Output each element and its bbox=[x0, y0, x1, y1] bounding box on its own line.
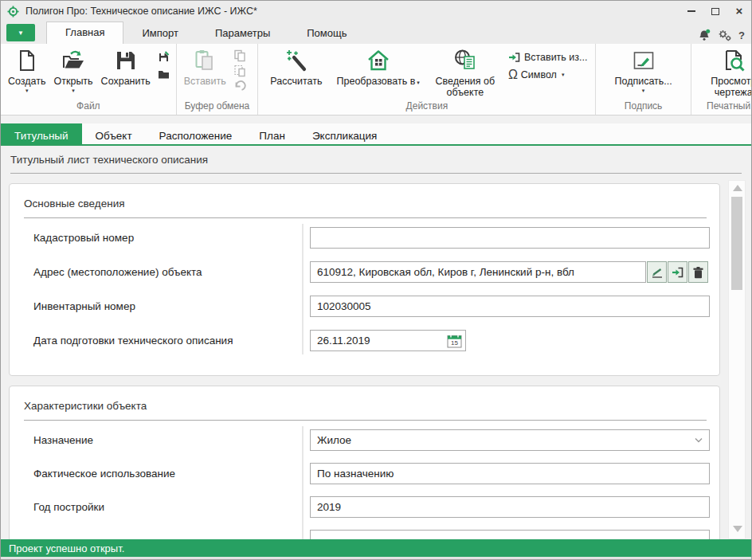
help-icon[interactable]: ? bbox=[738, 29, 745, 41]
save-floppy-icon bbox=[114, 49, 138, 72]
chevron-down-icon bbox=[695, 437, 703, 443]
new-document-icon bbox=[15, 49, 39, 72]
inventory-number-input[interactable] bbox=[310, 296, 710, 317]
actual-usage-input[interactable] bbox=[310, 463, 710, 484]
insert-from-icon bbox=[508, 51, 521, 64]
dropdown-caret-icon: ▾ bbox=[25, 88, 29, 93]
open-recent-folder-icon[interactable] bbox=[158, 69, 170, 80]
settings-gears-icon[interactable] bbox=[718, 29, 731, 41]
insert-from-button[interactable]: Вставить из... bbox=[508, 51, 588, 64]
calendar-icon: 15 bbox=[447, 334, 462, 348]
build-year-input[interactable] bbox=[310, 496, 710, 518]
label-input-divider bbox=[302, 426, 304, 541]
menu-caret-icon: ▼ bbox=[18, 29, 24, 37]
symbol-button[interactable]: Ω Символ ▾ bbox=[508, 69, 588, 81]
address-import-button[interactable] bbox=[668, 261, 687, 283]
minimize-icon bbox=[687, 10, 695, 12]
field-label: Дата подготовки технического описания bbox=[10, 335, 302, 347]
field-row-partial bbox=[10, 523, 719, 541]
doc-tab-eksplikatsiya[interactable]: Экспликация bbox=[299, 123, 391, 144]
address-input[interactable] bbox=[310, 261, 646, 283]
ribbon-tab-glavnaya[interactable]: Главная bbox=[46, 22, 123, 44]
ribbon-group-file: Создать ▾ Открыть ▾ bbox=[1, 44, 176, 115]
app-menu-button[interactable]: ▼ bbox=[6, 24, 35, 41]
paste-clipboard-icon bbox=[193, 49, 217, 72]
app-logo-icon bbox=[7, 6, 19, 18]
calendar-picker-button[interactable]: 15 bbox=[447, 334, 462, 348]
scrollbar-thumb[interactable] bbox=[731, 197, 742, 290]
paste-button[interactable]: Вставить bbox=[180, 46, 230, 89]
section-characteristics: Характеристики объекта Назначение Жилое bbox=[9, 386, 720, 541]
dropdown-caret-icon: ▾ bbox=[417, 80, 420, 85]
field-row-year: Год постройки bbox=[10, 490, 719, 523]
scroll-down-arrow-icon[interactable] bbox=[733, 526, 742, 532]
globe-document-icon bbox=[453, 49, 477, 72]
save-button[interactable]: Сохранить bbox=[97, 46, 155, 89]
status-message: Проект успешно открыт. bbox=[9, 542, 124, 554]
field-label: Фактическое использование bbox=[10, 468, 302, 480]
ribbon-group-print-doc: Просмотр чертежа W Печать ▾ bbox=[691, 44, 752, 115]
maximize-button[interactable] bbox=[703, 1, 727, 22]
window-bottom-edge bbox=[1, 557, 751, 559]
ribbon-group-sign: Подписать... ▾ Подпись bbox=[595, 44, 690, 115]
ribbon-group-actions: Рассчитать Преобразовать в▾ bbox=[257, 44, 595, 115]
undo-icon[interactable] bbox=[233, 80, 246, 92]
sign-button[interactable]: Подписать... ▾ bbox=[610, 46, 676, 96]
edit-pencil-icon bbox=[651, 266, 664, 279]
ribbon: Создать ▾ Открыть ▾ bbox=[1, 44, 751, 116]
cadastral-number-input[interactable] bbox=[310, 227, 710, 249]
title-bar: Полигон Про: Техническое описание ИЖС - … bbox=[1, 1, 751, 22]
close-icon: × bbox=[736, 7, 743, 15]
drawing-preview-button[interactable]: Просмотр чертежа bbox=[701, 46, 752, 100]
doc-tab-titulny[interactable]: Титульный bbox=[1, 123, 82, 144]
ribbon-tab-parametry[interactable]: Параметры bbox=[197, 23, 288, 44]
save-as-icon[interactable] bbox=[158, 51, 170, 63]
copy-icon[interactable] bbox=[233, 49, 246, 62]
group-label-clipboard: Буфер обмена bbox=[180, 100, 255, 115]
field-row-purpose: Назначение Жилое bbox=[10, 423, 719, 456]
maximize-icon bbox=[711, 8, 719, 15]
field-row-inventory: Инвентарный номер bbox=[10, 289, 719, 323]
ribbon-tab-pomosch[interactable]: Помощь bbox=[288, 23, 365, 44]
document-tab-bar: Титульный Объект Расположение План Экспл… bbox=[1, 123, 751, 146]
close-button[interactable]: × bbox=[727, 1, 751, 22]
minimize-button[interactable] bbox=[680, 1, 703, 22]
trash-icon bbox=[692, 266, 704, 279]
ribbon-group-clipboard: Вставить Буфер о bbox=[176, 44, 258, 115]
doc-tab-obyekt[interactable]: Объект bbox=[82, 123, 146, 144]
create-button[interactable]: Создать ▾ bbox=[4, 46, 50, 96]
field-row-date: Дата подготовки технического описания bbox=[10, 323, 719, 358]
house-icon bbox=[366, 49, 390, 72]
group-label-print-doc: Печатный документ bbox=[695, 100, 752, 115]
omega-icon: Ω bbox=[508, 69, 518, 81]
date-input[interactable] bbox=[311, 335, 447, 347]
notifications-bell-icon[interactable] bbox=[698, 29, 711, 41]
section-divider bbox=[24, 420, 707, 421]
vertical-scrollbar[interactable] bbox=[728, 180, 746, 539]
date-field: 15 bbox=[310, 330, 466, 351]
address-edit-button[interactable] bbox=[647, 261, 667, 283]
field-label: Кадастровый номер bbox=[10, 232, 302, 244]
signature-icon bbox=[632, 49, 656, 72]
ribbon-tab-import[interactable]: Импорт bbox=[123, 23, 196, 44]
doc-tab-plan[interactable]: План bbox=[245, 123, 299, 144]
field-label: Инвентарный номер bbox=[10, 300, 302, 312]
calendar-day-label: 15 bbox=[451, 339, 458, 347]
field-label: Адрес (местоположение) объекта bbox=[10, 266, 302, 278]
paste-special-icon[interactable] bbox=[233, 65, 246, 77]
address-delete-button[interactable] bbox=[688, 261, 708, 283]
preview-magnifier-icon bbox=[722, 49, 746, 72]
group-label-sign: Подпись bbox=[599, 100, 687, 115]
calculate-button[interactable]: Рассчитать bbox=[266, 46, 326, 89]
purpose-select[interactable]: Жилое bbox=[310, 429, 710, 451]
field-label: Год постройки bbox=[10, 501, 302, 513]
section-title: Характеристики объекта bbox=[10, 386, 719, 412]
object-info-button[interactable]: Сведения об объекте bbox=[429, 46, 502, 100]
purpose-selected-value: Жилое bbox=[317, 434, 351, 446]
field-row-usage: Фактическое использование bbox=[10, 456, 719, 490]
doc-tab-raspolozhenie[interactable]: Расположение bbox=[146, 123, 246, 144]
open-button[interactable]: Открыть ▾ bbox=[50, 46, 97, 96]
group-label-file: Файл bbox=[4, 100, 173, 115]
scroll-up-arrow-icon[interactable] bbox=[733, 185, 742, 191]
convert-to-button[interactable]: Преобразовать в▾ bbox=[333, 46, 424, 91]
